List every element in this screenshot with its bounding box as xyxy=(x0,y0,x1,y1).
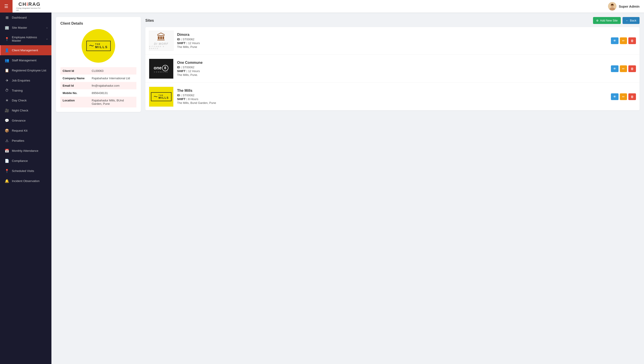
dimora-building-icon: 🏛 xyxy=(157,32,166,42)
sidebar-item-label: Compliance xyxy=(12,159,48,162)
view-button[interactable]: 👁 xyxy=(611,65,618,72)
id-value: ST00062 xyxy=(183,66,194,69)
mills-logo: 〜 THE MILLS xyxy=(149,87,173,107)
table-row: Mobile No. 8956438131 xyxy=(60,89,136,97)
site-card-commune: one8 COMMUNE One Commune ID : ST00062 xyxy=(145,55,640,83)
delete-button[interactable]: 🗑 xyxy=(628,37,636,44)
warning-icon: ⚠ xyxy=(5,139,9,143)
table-row: Location Rajabahadur Mills, BUnd Garden,… xyxy=(60,97,136,107)
calendar-icon: 📅 xyxy=(5,149,9,153)
site-logo-dimora: 🏛 DI MORF KITCHEN & DANCE xyxy=(149,31,174,51)
sidebar-item-grievance[interactable]: 💬 Grievance xyxy=(0,115,52,126)
kit-icon: 📦 xyxy=(5,128,9,133)
user-area: Super Admin xyxy=(608,2,644,11)
camera-icon: 🎥 xyxy=(5,108,9,113)
field-value: 8956438131 xyxy=(90,89,136,97)
site-shift: SHIFT : 8 Hours xyxy=(177,97,607,101)
site-name: Dimora xyxy=(177,33,607,37)
sidebar-item-night-check[interactable]: 🎥 Night Check xyxy=(0,105,52,115)
content-row: Client Details 〜 THE MILLS xyxy=(56,17,640,112)
sites-list: 🏛 DI MORF KITCHEN & DANCE Dimora ID : ST… xyxy=(145,27,640,110)
view-button[interactable]: 👁 xyxy=(611,37,618,44)
delete-button[interactable]: 🗑 xyxy=(628,65,636,72)
sidebar-item-label: Penalties xyxy=(12,139,48,142)
field-label: Mobile No. xyxy=(60,89,90,97)
edit-button[interactable]: ✏ xyxy=(620,65,627,72)
client-panel-title: Client Details xyxy=(60,22,136,26)
enquiry-icon: ✈ xyxy=(5,78,9,83)
mills-logo-inner: 〜 THE MILLS xyxy=(151,92,172,101)
commune-name-text: one8 xyxy=(154,65,169,71)
sidebar-item-label: Client Management xyxy=(12,49,48,52)
sidebar-item-client-management[interactable]: 👤 Client Management xyxy=(0,45,52,55)
pin-icon: 📍 xyxy=(5,37,9,41)
logo-text: CHiRAG xyxy=(18,1,41,7)
hamburger-button[interactable]: ☰ xyxy=(0,0,12,13)
sidebar-item-scheduled-visits[interactable]: 📍 Scheduled Visits xyxy=(0,166,52,176)
doc-icon: 📄 xyxy=(5,159,9,163)
site-actions-mills: 👁 ✏ 🗑 xyxy=(611,93,636,100)
staff-icon: 👥 xyxy=(5,58,9,62)
sidebar-item-employee-address[interactable]: 📍 Employee Address Master ‹ xyxy=(0,33,52,45)
sidebar-item-penalties[interactable]: ⚠ Penalties xyxy=(0,136,52,146)
dimora-logo: 🏛 DI MORF KITCHEN & DANCE xyxy=(149,31,173,51)
sidebar-item-label: Request Kit xyxy=(12,129,48,132)
back-button[interactable]: ← Back xyxy=(622,17,640,24)
site-actions-dimora: 👁 ✏ 🗑 xyxy=(611,37,636,44)
id-label: ID : xyxy=(177,38,182,41)
sidebar-item-label: Staff Management xyxy=(12,59,48,62)
table-row: Email Id fm@rajabahadur.com xyxy=(60,82,136,89)
site-card-dimora: 🏛 DI MORF KITCHEN & DANCE Dimora ID : ST… xyxy=(145,27,640,55)
add-new-site-button[interactable]: ⊕ Add New Site xyxy=(593,17,621,24)
shift-label: SHIFT : xyxy=(177,97,188,101)
sidebar-item-monthly-attendance[interactable]: 📅 Monthly Attendance xyxy=(0,146,52,156)
dimora-kitchen-text: KITCHEN & DANCE xyxy=(149,46,173,50)
field-value: Rajabahadur Mills, BUnd Garden, Pune xyxy=(90,97,136,107)
edit-button[interactable]: ✏ xyxy=(620,37,627,44)
site-logo-commune: one8 COMMUNE xyxy=(149,59,174,79)
back-label: Back xyxy=(630,19,636,22)
shift-label: SHIFT : xyxy=(177,41,188,45)
sidebar-item-compliance[interactable]: 📄 Compliance xyxy=(0,156,52,166)
site-id: ID : ST00062 xyxy=(177,66,607,69)
main-content: Client Details 〜 THE MILLS xyxy=(52,13,644,364)
sidebar-item-label: Site Master xyxy=(12,26,44,29)
sidebar-item-request-kit[interactable]: 📦 Request Kit xyxy=(0,126,52,136)
delete-button[interactable]: 🗑 xyxy=(628,93,636,100)
sidebar-item-registered-employee[interactable]: 📋 Registered Employee List xyxy=(0,65,52,75)
mills-wave-icon: 〜 xyxy=(89,43,94,49)
app-body: ⊞ Dashboard 🏢 Site Master ‹ 📍 Employee A… xyxy=(0,13,644,364)
sidebar-item-label: Job Enquiries xyxy=(12,79,48,82)
dimora-restaurant-text: DI MORF xyxy=(154,42,168,46)
id-value: ST00062 xyxy=(183,94,194,97)
shift-label: SHIFT : xyxy=(177,69,188,73)
table-row: Company Name Rajabahadur International L… xyxy=(60,75,136,82)
mills-name: MILLS xyxy=(158,96,169,99)
site-info-mills: The Mills ID : ST00062 SHIFT : 8 Hours T… xyxy=(177,89,607,105)
view-button[interactable]: 👁 xyxy=(611,93,618,100)
edit-button[interactable]: ✏ xyxy=(620,93,627,100)
mills-wave: 〜 xyxy=(154,94,158,99)
chevron-icon: ‹ xyxy=(46,38,48,40)
sidebar-item-day-check[interactable]: ☀ Day Check xyxy=(0,95,52,105)
client-info-table: Client Id CL00063 Company Name Rajabahad… xyxy=(60,67,136,107)
sidebar-item-job-enquiries[interactable]: ✈ Job Enquiries xyxy=(0,75,52,86)
sidebar-item-dashboard[interactable]: ⊞ Dashboard xyxy=(0,13,52,23)
chat-icon: 💬 xyxy=(5,118,9,123)
mills-inner-content: 〜 THE MILLS xyxy=(154,94,169,99)
sidebar-item-site-master[interactable]: 🏢 Site Master ‹ xyxy=(0,23,52,33)
sidebar-item-training[interactable]: ⏱ Training xyxy=(0,86,52,95)
site-name: One Commune xyxy=(177,61,607,65)
mills-logo-content: 〜 THE MILLS xyxy=(89,43,108,49)
sidebar-item-staff-management[interactable]: 👥 Staff Management xyxy=(0,55,52,65)
mills-logo-box: 〜 THE MILLS xyxy=(86,41,111,51)
add-site-label: Add New Site xyxy=(600,19,618,22)
shift-value: 12 Hours xyxy=(188,69,200,73)
site-id: ID : ST00062 xyxy=(177,38,607,41)
dashboard-icon: ⊞ xyxy=(5,16,9,20)
logo-area: CHiRAG Chirag Integrated Services Pvt Lt… xyxy=(12,1,46,11)
location-icon: 📍 xyxy=(5,169,9,173)
table-row: Client Id CL00063 xyxy=(60,67,136,75)
sidebar-item-label: Dashboard xyxy=(12,16,48,19)
sidebar-item-incident-observation[interactable]: 🔔 Incident Observation xyxy=(0,176,52,186)
